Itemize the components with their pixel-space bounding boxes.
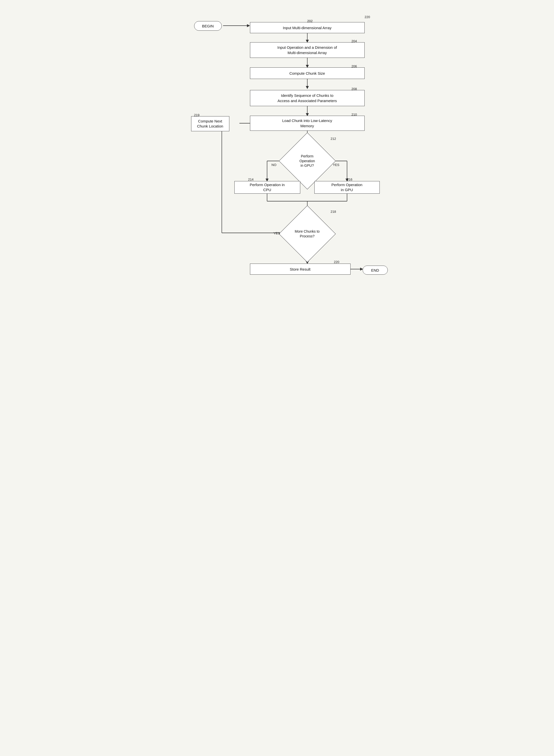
node-216: Perform Operation in GPU bbox=[314, 181, 380, 194]
ref-218: 218 bbox=[331, 210, 336, 214]
ref-200: 220 bbox=[365, 15, 370, 19]
end-node: END bbox=[363, 266, 388, 275]
ref-212: 212 bbox=[331, 137, 336, 141]
ref-216: 216 bbox=[347, 177, 352, 181]
begin-node: BEGIN bbox=[194, 21, 222, 31]
label-yes-left: YES bbox=[274, 231, 280, 235]
node-204: Input Operation and a Dimension of Multi… bbox=[250, 42, 365, 58]
svg-marker-7 bbox=[306, 86, 309, 89]
node-210: Load Chunk into Low-Latency Memory bbox=[250, 116, 365, 131]
node-212: Perform Operation in GPU? bbox=[285, 138, 330, 183]
ref-220: 220 bbox=[334, 260, 339, 264]
node-208: Identify Sequence of Chunks to Access an… bbox=[250, 90, 365, 106]
label-no: NO bbox=[272, 163, 277, 167]
ref-214: 214 bbox=[248, 177, 254, 181]
flowchart: 220 BEGIN 202 Input Multi-dimensional Ar… bbox=[184, 12, 380, 279]
node-218: More Chunks to Process? bbox=[285, 211, 330, 257]
node-202: Input Multi-dimensional Array bbox=[250, 22, 365, 33]
node-206: Compute Chunk Size bbox=[250, 67, 365, 79]
node-214: Perform Operation in CPU bbox=[234, 181, 300, 194]
svg-marker-1 bbox=[247, 24, 250, 27]
node-220: Store Result bbox=[250, 264, 350, 275]
label-yes-right: YES bbox=[333, 163, 339, 167]
page: 220 BEGIN 202 Input Multi-dimensional Ar… bbox=[179, 5, 375, 289]
node-219: Compute Next Chunk Location bbox=[191, 116, 229, 131]
